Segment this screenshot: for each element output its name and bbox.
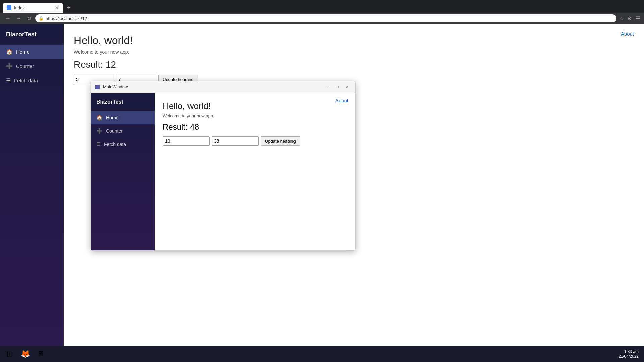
plus-icon: ➕: [6, 63, 13, 69]
app-button[interactable]: 🖥: [34, 347, 48, 361]
firefox-icon: 🦊: [21, 350, 30, 358]
list-icon: ☰: [6, 77, 11, 84]
clock-time: 1:33 am: [619, 349, 639, 354]
inner-result-heading: Result: 48: [163, 122, 347, 132]
window-body: BlazorTest 🏠 Home ➕ Counter ☰ Fetch data: [91, 93, 355, 250]
bookmark-icon[interactable]: ☆: [619, 15, 624, 22]
maximize-button[interactable]: □: [334, 83, 341, 91]
outer-result-heading: Result: 12: [74, 59, 634, 70]
browser-tab-index[interactable]: Index ✕: [3, 3, 63, 13]
address-text: https://localhost:7212: [46, 16, 87, 21]
sidebar-fetch-label: Fetch data: [14, 78, 38, 83]
outer-page-title: Hello, world!: [74, 34, 634, 47]
tab-close-button[interactable]: ✕: [55, 5, 59, 10]
lock-icon: 🔒: [39, 16, 44, 21]
home-icon: 🏠: [6, 49, 13, 55]
app-icon: 🖥: [37, 350, 44, 358]
outer-about-link[interactable]: About: [621, 31, 634, 37]
sidebar-item-fetchdata[interactable]: ☰ Fetch data: [0, 73, 64, 88]
inner-input-row: Update heading: [163, 136, 347, 146]
inner-input1[interactable]: [163, 136, 210, 146]
inner-list-icon: ☰: [96, 141, 101, 147]
inner-subtitle: Welcome to your new app.: [163, 113, 347, 118]
window-title: MainWindow: [103, 84, 320, 89]
browser-content: BlazorTest 🏠 Home ➕ Counter ☰ Fetch data…: [0, 24, 644, 362]
window-titlebar: MainWindow ― □ ✕: [91, 81, 355, 93]
browser-toolbar-right: ☆ ⚙ ☰: [619, 15, 640, 22]
inner-home-icon: 🏠: [96, 115, 103, 121]
outer-main-content: About Hello, world! Welcome to your new …: [64, 24, 644, 362]
sidebar-item-counter[interactable]: ➕ Counter: [0, 59, 64, 73]
browser-tabs: Index ✕ +: [0, 0, 644, 13]
window-app-icon: [95, 85, 100, 89]
desktop-window: MainWindow ― □ ✕ BlazorTest 🏠 Home: [91, 81, 356, 251]
inner-sidebar-item-counter[interactable]: ➕ Counter: [91, 124, 155, 138]
inner-update-button[interactable]: Update heading: [261, 136, 300, 146]
address-bar[interactable]: 🔒 https://localhost:7212: [35, 14, 616, 22]
new-tab-button[interactable]: +: [64, 3, 73, 13]
sidebar-home-label: Home: [16, 49, 30, 55]
outer-topbar: About: [611, 24, 644, 44]
outer-brand: BlazorTest: [0, 24, 64, 45]
clock-date: 21/04/2022: [619, 354, 639, 359]
inner-sidebar: BlazorTest 🏠 Home ➕ Counter ☰ Fetch data: [91, 93, 155, 250]
sidebar-counter-label: Counter: [16, 63, 34, 69]
taskbar: ⊞ 🦊 🖥 1:33 am 21/04/2022: [0, 346, 644, 362]
reload-button[interactable]: ↻: [25, 15, 33, 22]
inner-main-content: About Hello, world! Welcome to your new …: [155, 93, 355, 250]
windows-icon: ⊞: [7, 350, 13, 358]
inner-fetch-label: Fetch data: [104, 142, 126, 147]
forward-button[interactable]: →: [15, 15, 23, 22]
minimize-button[interactable]: ―: [324, 83, 331, 91]
tab-label: Index: [14, 5, 25, 10]
browser-chrome: Index ✕ + ← → ↻ 🔒 https://localhost:7212…: [0, 0, 644, 24]
inner-topbar: About: [329, 93, 355, 108]
windows-button[interactable]: ⊞: [3, 347, 17, 361]
tab-favicon: [7, 5, 11, 10]
extensions-icon[interactable]: ⚙: [627, 15, 632, 22]
outer-page-subtitle: Welcome to your new app.: [74, 49, 634, 55]
taskbar-clock: 1:33 am 21/04/2022: [619, 349, 641, 359]
window-controls: ― □ ✕: [324, 83, 351, 91]
sidebar-item-home[interactable]: 🏠 Home: [0, 45, 64, 59]
inner-about-link[interactable]: About: [335, 98, 348, 103]
inner-input2[interactable]: [212, 136, 259, 146]
back-button[interactable]: ←: [4, 15, 12, 22]
inner-counter-label: Counter: [106, 128, 123, 134]
firefox-button[interactable]: 🦊: [18, 347, 32, 361]
browser-toolbar: ← → ↻ 🔒 https://localhost:7212 ☆ ⚙ ☰: [0, 13, 644, 24]
close-button[interactable]: ✕: [344, 83, 351, 91]
outer-sidebar: BlazorTest 🏠 Home ➕ Counter ☰ Fetch data: [0, 24, 64, 362]
inner-brand: BlazorTest: [91, 93, 155, 111]
inner-sidebar-item-fetchdata[interactable]: ☰ Fetch data: [91, 138, 155, 151]
inner-plus-icon: ➕: [96, 128, 103, 134]
menu-icon[interactable]: ☰: [635, 15, 640, 22]
inner-page-title: Hello, world!: [163, 101, 347, 111]
inner-sidebar-item-home[interactable]: 🏠 Home: [91, 111, 155, 124]
inner-home-label: Home: [106, 115, 118, 120]
